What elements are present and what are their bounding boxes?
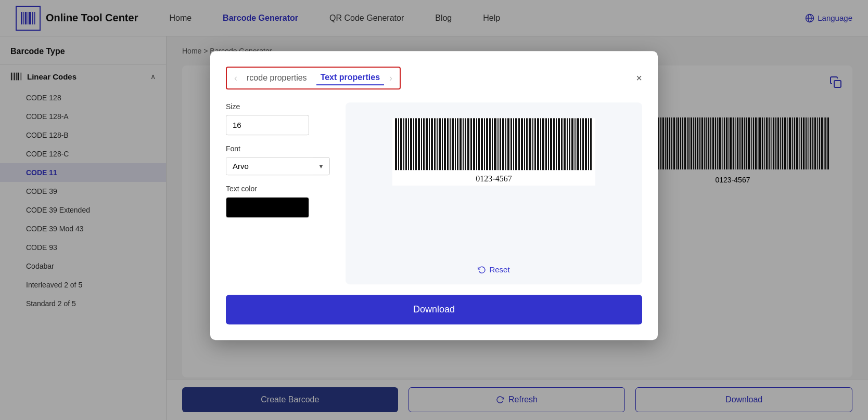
- svg-rect-109: [398, 118, 399, 170]
- svg-rect-165: [545, 118, 547, 170]
- size-label: Size: [226, 102, 330, 111]
- svg-rect-164: [542, 118, 544, 170]
- barcode-preview-container: 0123-4567: [392, 118, 595, 186]
- svg-rect-135: [465, 118, 466, 170]
- svg-rect-143: [486, 118, 488, 170]
- svg-rect-139: [476, 118, 477, 170]
- modal-download-button[interactable]: Download: [226, 295, 642, 324]
- svg-rect-168: [553, 118, 555, 170]
- svg-rect-178: [580, 118, 581, 170]
- text-color-label: Text color: [226, 185, 330, 193]
- svg-rect-152: [510, 118, 512, 170]
- svg-rect-157: [524, 118, 525, 170]
- svg-rect-138: [473, 118, 475, 170]
- svg-rect-160: [532, 118, 533, 170]
- tab-prev-arrow[interactable]: ‹: [234, 73, 237, 84]
- svg-rect-131: [455, 118, 456, 170]
- svg-rect-141: [481, 118, 483, 170]
- svg-rect-180: [585, 118, 587, 170]
- svg-rect-130: [452, 118, 454, 170]
- tab-text-label: Text properties: [321, 73, 380, 82]
- svg-rect-171: [561, 118, 563, 170]
- text-color-swatch[interactable]: [226, 197, 309, 218]
- svg-rect-117: [418, 118, 420, 170]
- svg-rect-142: [484, 118, 485, 170]
- svg-rect-174: [569, 118, 570, 170]
- select-arrow-icon: ▼: [313, 163, 329, 170]
- svg-rect-158: [526, 118, 528, 170]
- svg-rect-120: [426, 118, 428, 170]
- reset-label: Reset: [489, 265, 509, 274]
- svg-rect-108: [395, 118, 397, 170]
- tab-barcode-properties[interactable]: rcode properties: [242, 71, 311, 85]
- svg-rect-133: [459, 118, 462, 170]
- svg-rect-125: [439, 118, 441, 170]
- svg-rect-175: [571, 118, 573, 170]
- svg-rect-136: [467, 118, 469, 170]
- svg-rect-132: [457, 118, 458, 170]
- reset-icon: [478, 266, 486, 274]
- svg-rect-110: [400, 118, 402, 170]
- svg-rect-146: [494, 118, 496, 170]
- size-input-wrapper: ▲ ▼: [226, 115, 309, 135]
- svg-rect-119: [423, 118, 425, 170]
- svg-rect-147: [497, 118, 499, 170]
- svg-rect-129: [450, 118, 451, 170]
- svg-rect-166: [548, 118, 549, 170]
- svg-rect-177: [577, 118, 579, 170]
- svg-rect-113: [408, 118, 409, 170]
- modal-barcode-svg: 0123-4567: [392, 118, 595, 186]
- font-label: Font: [226, 145, 330, 153]
- svg-rect-149: [502, 118, 504, 170]
- svg-rect-172: [564, 118, 566, 170]
- tab-next-arrow[interactable]: ›: [389, 73, 392, 84]
- modal-tabs: ‹ rcode properties Text properties ›: [226, 67, 401, 89]
- svg-rect-182: [590, 118, 592, 170]
- svg-rect-150: [505, 118, 506, 170]
- svg-rect-116: [415, 118, 417, 170]
- svg-rect-151: [507, 118, 509, 170]
- svg-rect-134: [463, 118, 464, 170]
- svg-rect-176: [575, 118, 576, 170]
- reset-button[interactable]: Reset: [478, 265, 509, 274]
- svg-rect-121: [429, 118, 430, 170]
- font-select[interactable]: Arvo Arial Times New Roman Courier: [226, 158, 313, 175]
- modal-left-panel: Size ▲ ▼ Font Arvo Arial Times New Roman…: [226, 102, 330, 284]
- svg-rect-118: [421, 118, 422, 170]
- svg-rect-148: [500, 118, 501, 170]
- modal-close-button[interactable]: ×: [636, 72, 642, 84]
- svg-rect-127: [444, 118, 446, 170]
- tab-barcode-label: rcode properties: [247, 73, 307, 83]
- svg-rect-173: [567, 118, 568, 170]
- svg-rect-114: [410, 118, 412, 170]
- svg-rect-122: [431, 118, 433, 170]
- svg-rect-167: [550, 118, 552, 170]
- barcode-text: 0123-4567: [476, 174, 512, 183]
- svg-rect-111: [403, 118, 404, 170]
- modal-right-panel: 0123-4567 Reset: [346, 102, 642, 284]
- size-input[interactable]: [226, 116, 309, 134]
- font-select-wrapper: Arvo Arial Times New Roman Courier ▼: [226, 157, 330, 175]
- svg-rect-179: [582, 118, 584, 170]
- tab-text-properties[interactable]: Text properties: [316, 71, 384, 85]
- modal-header: ‹ rcode properties Text properties › ×: [226, 67, 642, 89]
- modal: ‹ rcode properties Text properties › × S…: [210, 51, 658, 340]
- svg-rect-153: [513, 118, 514, 170]
- svg-rect-140: [478, 118, 480, 170]
- svg-rect-170: [558, 118, 560, 170]
- svg-rect-145: [492, 118, 493, 170]
- svg-rect-144: [489, 118, 491, 170]
- svg-rect-115: [413, 118, 414, 170]
- svg-rect-169: [556, 118, 557, 170]
- svg-rect-123: [434, 118, 436, 170]
- svg-rect-181: [588, 118, 589, 170]
- svg-rect-124: [437, 118, 438, 170]
- svg-rect-155: [518, 118, 520, 170]
- svg-rect-137: [470, 118, 472, 170]
- svg-rect-128: [447, 118, 449, 170]
- modal-body: Size ▲ ▼ Font Arvo Arial Times New Roman…: [226, 102, 642, 284]
- svg-rect-163: [540, 118, 541, 170]
- svg-rect-112: [405, 118, 407, 170]
- svg-rect-126: [442, 118, 443, 170]
- svg-rect-162: [537, 118, 539, 170]
